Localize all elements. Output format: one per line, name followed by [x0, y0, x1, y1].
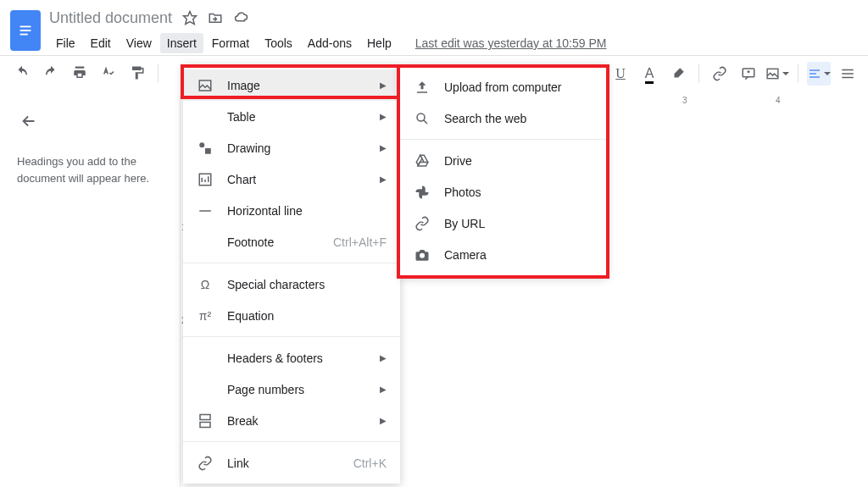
menu-addons[interactable]: Add-ons: [301, 33, 359, 53]
menu-view[interactable]: View: [120, 33, 159, 53]
cloud-status-icon[interactable]: [233, 10, 248, 25]
menu-item-label: Equation: [227, 309, 387, 323]
text-color-button[interactable]: A: [637, 62, 661, 86]
svg-marker-3: [184, 12, 197, 25]
menu-format[interactable]: Format: [205, 33, 256, 53]
submenu-arrow-icon: ▶: [380, 174, 387, 184]
image-search-web-item[interactable]: Search the web: [400, 102, 607, 134]
align-left-button[interactable]: [807, 62, 831, 86]
menubar: File Edit View Insert Format Tools Add-o…: [49, 31, 858, 55]
menu-item-label: Link: [227, 457, 353, 470]
comment-button[interactable]: [737, 62, 760, 86]
svg-rect-7: [810, 73, 816, 74]
camera-icon: [414, 246, 431, 263]
insert-table-item[interactable]: Table ▶: [183, 101, 400, 132]
menu-tools[interactable]: Tools: [258, 33, 299, 53]
undo-button[interactable]: [10, 61, 34, 85]
docs-logo[interactable]: [10, 10, 41, 51]
menu-item-label: By URL: [444, 217, 593, 230]
svg-rect-11: [842, 77, 854, 79]
menu-separator: [183, 263, 400, 263]
insert-link-button[interactable]: [708, 62, 732, 86]
insert-break-item[interactable]: Break ▶: [183, 405, 400, 436]
highlight-button[interactable]: [666, 62, 690, 86]
insert-pagenum-item[interactable]: Page numbers ▶: [183, 374, 400, 405]
insert-special-chars-item[interactable]: Ω Special characters: [183, 268, 400, 300]
search-icon: [414, 110, 431, 127]
insert-link-item[interactable]: Link Ctrl+K: [183, 447, 400, 479]
menu-item-label: Page numbers: [227, 383, 373, 396]
submenu-arrow-icon: ▶: [380, 353, 387, 362]
insert-hline-item[interactable]: Horizontal line: [183, 195, 400, 226]
insert-drawing-item[interactable]: Drawing ▶: [183, 132, 400, 163]
menu-item-label: Break: [227, 414, 373, 428]
star-icon[interactable]: [182, 10, 198, 25]
upload-icon: [414, 79, 431, 96]
document-title[interactable]: Untitled document: [49, 9, 172, 27]
insert-chart-item[interactable]: Chart ▶: [183, 163, 400, 195]
svg-rect-17: [200, 414, 210, 419]
svg-rect-9: [842, 69, 854, 71]
print-button[interactable]: [68, 61, 92, 85]
hline-icon: [197, 202, 214, 219]
insert-footnote-item[interactable]: Footnote Ctrl+Alt+F: [183, 226, 400, 257]
drive-icon: [414, 152, 431, 169]
menu-item-label: Drawing: [227, 141, 373, 155]
line-spacing-button[interactable]: [836, 62, 860, 86]
toolbar-separator: [698, 64, 699, 83]
menu-item-label: Search the web: [444, 112, 593, 125]
menu-item-label: Special characters: [227, 278, 387, 291]
submenu-arrow-icon: ▶: [380, 416, 387, 425]
submenu-arrow-icon: ▶: [380, 112, 387, 121]
image-upload-item[interactable]: Upload from computer: [400, 71, 607, 102]
menu-item-label: Horizontal line: [227, 204, 387, 218]
svg-rect-2: [20, 34, 28, 36]
menu-item-label: Chart: [227, 173, 373, 186]
svg-rect-14: [205, 148, 211, 154]
link-icon: [414, 215, 431, 232]
image-icon: [197, 77, 214, 94]
insert-menu-dropdown: Image ▶ Table ▶ Drawing ▶ Chart ▶ Horizo…: [183, 64, 400, 484]
insert-image-item[interactable]: Image ▶: [183, 69, 400, 101]
menu-item-label: Table: [227, 110, 373, 124]
svg-rect-1: [20, 30, 31, 31]
svg-point-21: [420, 252, 425, 257]
menu-help[interactable]: Help: [360, 33, 398, 53]
svg-rect-18: [200, 422, 210, 427]
shortcut-label: Ctrl+K: [353, 457, 387, 470]
menu-file[interactable]: File: [49, 33, 82, 53]
image-submenu: Upload from computer Search the web Driv…: [400, 64, 607, 277]
last-edit-link[interactable]: Last edit was yesterday at 10:59 PM: [415, 36, 607, 50]
insert-headers-item[interactable]: Headers & footers ▶: [183, 342, 400, 374]
image-camera-item[interactable]: Camera: [400, 239, 607, 270]
svg-line-20: [424, 119, 428, 124]
menu-item-label: Upload from computer: [444, 80, 593, 94]
toolbar-separator: [798, 64, 798, 83]
menu-item-label: Image: [227, 79, 373, 92]
spellcheck-button[interactable]: [97, 61, 120, 85]
move-folder-icon[interactable]: [208, 10, 223, 25]
image-photos-item[interactable]: Photos: [400, 176, 607, 208]
image-byurl-item[interactable]: By URL: [400, 208, 607, 239]
menu-insert[interactable]: Insert: [160, 33, 203, 53]
shortcut-label: Ctrl+Alt+F: [333, 235, 387, 249]
paint-format-button[interactable]: [125, 61, 149, 85]
outline-panel: Headings you add to the document will ap…: [0, 96, 181, 487]
pagenum-icon: [197, 381, 214, 398]
menu-item-label: Footnote: [227, 235, 333, 249]
menu-edit[interactable]: Edit: [84, 33, 118, 53]
insert-equation-item[interactable]: π² Equation: [183, 300, 400, 331]
horizontal-ruler[interactable]: 3 4: [604, 96, 868, 109]
menu-separator: [183, 336, 400, 337]
svg-rect-8: [810, 76, 820, 77]
ruler-mark: 3: [682, 96, 687, 105]
svg-rect-10: [842, 73, 854, 75]
pi-icon: π²: [197, 307, 214, 324]
image-drive-item[interactable]: Drive: [400, 145, 607, 176]
outline-collapse-button[interactable]: [17, 109, 41, 133]
underline-button[interactable]: U: [609, 62, 632, 86]
menu-separator: [183, 441, 400, 442]
redo-button[interactable]: [39, 61, 63, 85]
menu-item-label: Headers & footers: [227, 351, 373, 365]
insert-image-button[interactable]: [765, 62, 789, 86]
